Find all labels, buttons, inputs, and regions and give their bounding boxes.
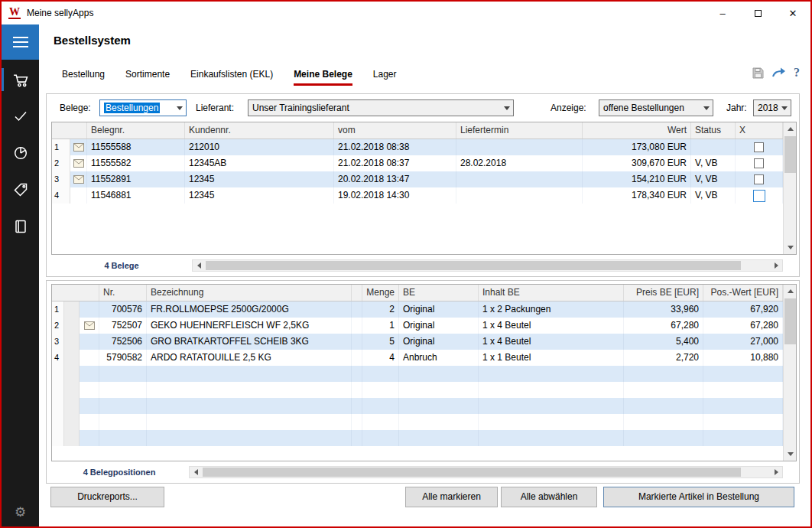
jahr-dropdown[interactable]: 2018 <box>753 99 791 116</box>
position-row[interactable]: 1 700576 FR.ROLLMOEPSE 2500G/2000G 2 Ori… <box>52 301 783 318</box>
druckreports-button[interactable]: Druckreports... <box>50 487 164 507</box>
ledger-icon <box>13 219 28 234</box>
cell-inhalt-be: 1 x 1 Beutel <box>479 350 624 366</box>
row-checkbox[interactable] <box>754 158 764 168</box>
markierte-artikel-button[interactable]: Markierte Artikel in Bestellung <box>603 487 794 507</box>
sidebar-item-prices[interactable] <box>2 171 39 208</box>
price-tag-icon <box>13 182 28 197</box>
cell-inhalt-be: 1 x 2 Packungen <box>479 301 624 318</box>
scrollbar-thumb[interactable] <box>784 298 796 344</box>
chevron-down-icon <box>778 100 791 116</box>
cart-icon <box>12 72 28 88</box>
scroll-left-icon[interactable] <box>190 467 202 477</box>
cell-belegnr: 11546881 <box>87 187 185 204</box>
positions-vertical-scrollbar[interactable] <box>783 285 796 461</box>
tab-lager[interactable]: Lager <box>373 69 397 86</box>
sidebar-item-statistics[interactable] <box>2 135 39 171</box>
gear-icon[interactable]: ⚙ <box>2 504 39 520</box>
cell-preis-be: 2,720 <box>624 350 703 366</box>
tab-einkaufslisten[interactable]: Einkaufslisten (EKL) <box>190 69 273 86</box>
hamburger-menu-icon[interactable] <box>2 24 39 60</box>
tab-bestellung[interactable]: Bestellung <box>62 69 105 86</box>
help-icon[interactable]: ? <box>794 66 800 80</box>
alle-markieren-button[interactable]: Alle markieren <box>405 487 498 507</box>
column-header-status: Status <box>691 122 736 139</box>
order-row[interactable]: 2 11555582 12345AB 21.02.2018 08:37 28.0… <box>52 155 783 171</box>
position-row[interactable]: 3 752506 GRO BRATKARTOFFEL SCHEIB 3KG 5 … <box>52 334 783 350</box>
row-number: 4 <box>52 187 70 204</box>
orders-horizontal-scrollbar[interactable] <box>192 259 783 272</box>
scrollbar-thumb[interactable] <box>203 468 741 477</box>
scrollbar-thumb[interactable] <box>206 261 741 270</box>
scroll-down-icon[interactable] <box>784 241 797 254</box>
cell-liefertermin <box>456 187 583 204</box>
scroll-up-icon[interactable] <box>784 285 797 298</box>
sidebar-item-catalog[interactable] <box>2 208 39 245</box>
orders-header-row: Belegnr. Kundennr. vom Liefertermin Wert… <box>52 122 783 139</box>
cell-inhalt-be: 1 x 4 Beutel <box>479 318 624 334</box>
cell-bezeichnung: ARDO RATATOUILLE 2,5 KG <box>147 350 352 366</box>
positions-horizontal-scrollbar[interactable] <box>189 466 783 478</box>
cell-pos-wert: 67,920 <box>703 301 783 318</box>
scroll-up-icon[interactable] <box>784 122 797 135</box>
cell-menge: 4 <box>362 350 399 366</box>
cell-menge: 1 <box>362 318 399 334</box>
empty-row <box>52 366 783 382</box>
scroll-left-icon[interactable] <box>193 260 205 271</box>
close-button[interactable]: ✕ <box>775 2 810 24</box>
positions-panel: Nr. Bezeichnung Menge BE Inhalt BE Preis… <box>46 280 800 484</box>
tab-meine-belege[interactable]: Meine Belege <box>294 69 352 86</box>
row-number: 4 <box>52 350 64 366</box>
position-row[interactable]: 4 5790582 ARDO RATATOUILLE 2,5 KG 4 Anbr… <box>52 350 783 366</box>
scrollbar-thumb[interactable] <box>784 136 796 173</box>
row-checkbox[interactable] <box>754 142 764 152</box>
column-header-belegnr: Belegnr. <box>87 122 185 139</box>
alle-abwaehlen-button[interactable]: Alle abwählen <box>501 487 597 507</box>
envelope-icon <box>84 321 95 330</box>
lieferant-dropdown[interactable]: Unser Trainingslieferant <box>248 99 514 116</box>
order-row[interactable]: 1 11555588 212010 21.02.2018 08:38 173,0… <box>52 139 783 155</box>
cell-be: Original <box>399 318 479 334</box>
belege-label: Belege: <box>60 103 91 113</box>
positions-header-row: Nr. Bezeichnung Menge BE Inhalt BE Preis… <box>52 285 783 301</box>
save-icon[interactable] <box>752 67 765 80</box>
cell-nr: 752507 <box>99 318 147 334</box>
scroll-right-icon[interactable] <box>770 260 782 271</box>
maximize-button[interactable] <box>740 2 775 24</box>
belege-dropdown[interactable]: Bestellungen <box>99 99 187 116</box>
tab-sortimente[interactable]: Sortimente <box>125 69 170 86</box>
cell-status: V, VB <box>691 171 736 187</box>
cell-status: V, VB <box>691 155 736 171</box>
forward-arrow-icon[interactable] <box>771 67 787 79</box>
row-checkbox[interactable] <box>754 174 764 184</box>
app-window: W Meine sellyApps – ✕ <box>0 0 812 528</box>
cell-bezeichnung: GEKO HUEHNERFLEISCH WF 2,5KG <box>147 318 352 334</box>
cell-liefertermin: 28.02.2018 <box>456 155 583 171</box>
envelope-icon <box>73 175 84 184</box>
cell-wert: 154,210 EUR <box>583 171 691 187</box>
cell-preis-be: 33,960 <box>624 301 703 318</box>
chevron-down-icon <box>174 100 186 116</box>
order-row[interactable]: 3 11552891 12345 20.02.2018 13:47 154,21… <box>52 171 783 187</box>
row-number: 3 <box>52 334 64 350</box>
sidebar: ⚙ <box>2 24 39 526</box>
row-number: 2 <box>52 155 70 171</box>
column-header-menge: Menge <box>362 285 399 301</box>
scroll-right-icon[interactable] <box>770 467 782 477</box>
window-title: Meine sellyApps <box>27 8 93 18</box>
empty-row <box>52 430 783 446</box>
minimize-button[interactable]: – <box>705 2 740 24</box>
maximize-icon <box>755 10 762 17</box>
scroll-down-icon[interactable] <box>784 448 797 461</box>
order-row[interactable]: 4 11546881 12345 19.02.2018 14:30 178,34… <box>52 187 783 204</box>
anzeige-dropdown[interactable]: offene Bestellungen <box>599 99 713 116</box>
orders-vertical-scrollbar[interactable] <box>783 122 796 254</box>
cell-belegnr: 11552891 <box>87 171 185 187</box>
toolbar: ? <box>752 66 800 80</box>
sidebar-item-tasks[interactable] <box>2 98 39 135</box>
row-checkbox[interactable] <box>753 190 765 202</box>
cell-preis-be: 5,400 <box>624 334 703 350</box>
chevron-down-icon <box>700 100 713 116</box>
sidebar-item-bestellsystem[interactable] <box>2 61 39 98</box>
position-row[interactable]: 2 752507 GEKO HUEHNERFLEISCH WF 2,5KG 1 … <box>52 318 783 334</box>
